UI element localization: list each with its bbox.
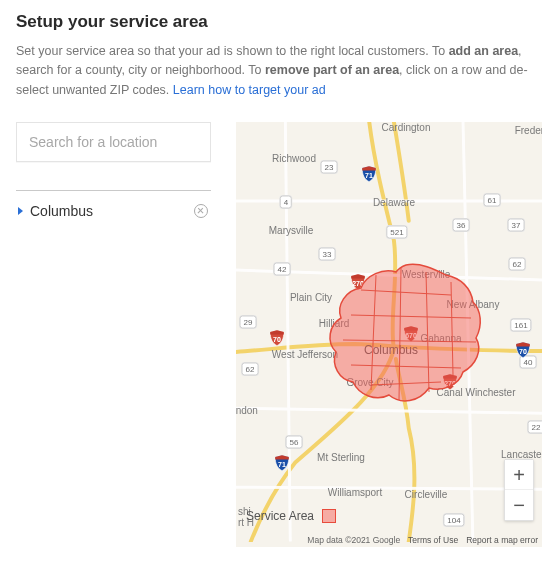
route-shield: 23 [321,161,338,174]
route-shield: 37 [508,219,525,232]
interstate-shield: 71 [361,166,378,183]
interstate-shield: 70 [269,330,286,347]
attrib-data: Map data ©2021 Google [307,535,400,545]
zoom-control: + − [504,459,534,521]
route-shield: 33 [319,248,336,261]
map-label: ondon [236,405,258,416]
route-shield: 161 [510,319,531,332]
caret-right-icon [18,207,23,215]
learn-link[interactable]: Learn how to target your ad [173,83,326,97]
service-area-overlay [321,260,491,410]
route-shield: 22 [528,421,542,434]
map-label: Mt Sterling [317,452,365,463]
route-shield: 36 [453,219,470,232]
map-label: Richwood [272,153,316,164]
legend-label: Service Area [246,509,314,523]
route-shield: 62 [509,258,526,271]
location-name: Columbus [30,203,93,219]
map-label: Circleville [405,489,448,500]
route-shield: 29 [240,316,257,329]
map-label: Frederic [515,125,542,136]
interstate-shield: 70 [515,342,532,359]
route-shield: 4 [280,196,292,209]
route-shield: 521 [386,226,407,239]
map-label: Cardington [382,122,431,133]
zoom-out-button[interactable]: − [505,490,533,520]
route-shield: 104 [443,514,464,527]
route-shield: 62 [242,363,259,376]
map[interactable]: Columbus RichwoodCardingtonDelawareMarys… [236,122,542,547]
legend-swatch [322,509,336,523]
attrib-report[interactable]: Report a map error [466,535,538,545]
map-attribution: Map data ©2021 Google Terms of Use Repor… [307,535,538,545]
page-description: Set your service area so that your ad is… [16,42,542,100]
zoom-in-button[interactable]: + [505,460,533,490]
map-legend: Service Area [246,509,336,523]
location-row[interactable]: Columbus [16,191,211,229]
route-shield: 56 [286,436,303,449]
page-title: Setup your service area [16,12,542,32]
interstate-shield: 71 [274,455,291,472]
map-label: Lancaster [501,449,542,460]
map-label: Marysville [269,225,313,236]
route-shield: 61 [484,194,501,207]
map-label: Williamsport [328,487,382,498]
route-shield: 42 [274,263,291,276]
search-input[interactable] [16,122,211,162]
attrib-terms[interactable]: Terms of Use [408,535,458,545]
remove-icon[interactable] [194,204,208,218]
map-label: Delaware [373,197,415,208]
